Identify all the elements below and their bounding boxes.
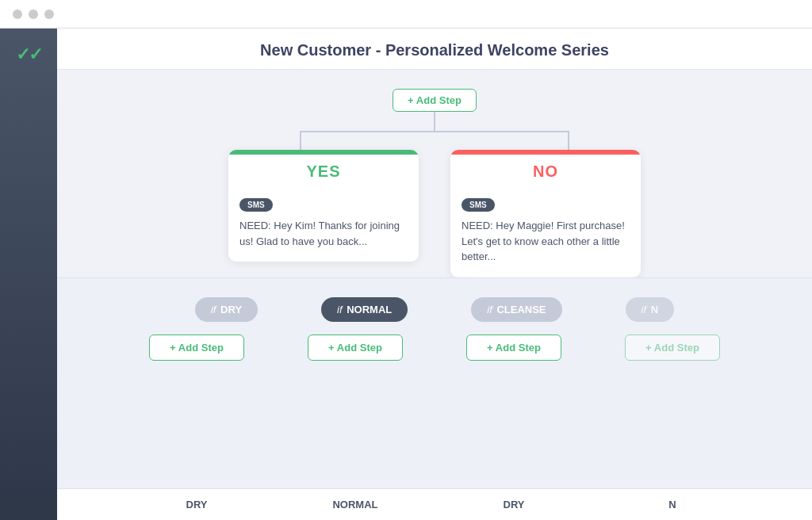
page-title: New Customer - Personalized Welcome Seri… [57, 41, 812, 59]
branch-connector [300, 131, 569, 150]
add-step-n-button[interactable]: + Add Step [625, 335, 720, 361]
close-dot [13, 10, 22, 19]
condition-n[interactable]: if N [626, 297, 675, 322]
title-bar [0, 0, 812, 29]
cards-row: YES SMS NEED: Hey Kim! Thanks for joinin… [228, 150, 641, 277]
canvas: + Add Step YES SMS NEED: Hey Kim! Thanks… [57, 70, 812, 520]
condition-cleanse-keyword: CLEANSE [496, 304, 546, 315]
bottom-add-row: + Add Step + Add Step + Add Step + Add S… [57, 335, 812, 361]
sidebar: ✓✓ [0, 29, 57, 520]
no-card-text: NEED: Hey Maggie! First purchase! Let's … [462, 218, 630, 265]
yes-card: YES SMS NEED: Hey Kim! Thanks for joinin… [228, 150, 419, 262]
condition-dry[interactable]: if DRY [195, 297, 258, 322]
add-step-normal-button[interactable]: + Add Step [308, 335, 403, 361]
bottom-label-dry2: DRY [466, 499, 561, 510]
root-connector-line [434, 112, 435, 131]
bottom-labels-row: DRY NORMAL DRY N [57, 488, 812, 520]
condition-normal[interactable]: if NORMAL [321, 297, 408, 322]
minimize-dot [29, 10, 38, 19]
no-sms-badge: SMS [462, 198, 495, 212]
condition-cleanse[interactable]: if CLEANSE [471, 297, 561, 322]
app-container: ✓✓ New Customer - Personalized Welcome S… [0, 29, 812, 520]
top-add-step-button[interactable]: + Add Step [393, 89, 477, 112]
yes-card-header: YES [228, 155, 419, 187]
bottom-label-normal: NORMAL [308, 499, 403, 510]
no-card: NO SMS NEED: Hey Maggie! First purchase!… [450, 150, 641, 277]
condition-normal-keyword: NORMAL [347, 304, 392, 315]
no-card-header: NO [450, 155, 641, 187]
no-card-body: SMS NEED: Hey Maggie! First purchase! Le… [450, 187, 641, 277]
content-area: New Customer - Personalized Welcome Seri… [57, 29, 812, 520]
bottom-label-n: N [625, 499, 720, 510]
conditions-row: if DRY if NORMAL if CLEANSE if N [57, 297, 812, 322]
condition-cleanse-prefix: if [487, 304, 495, 315]
condition-n-keyword: N [651, 304, 658, 315]
yes-card-text: NEED: Hey Kim! Thanks for joining us! Gl… [239, 218, 408, 249]
bottom-label-dry: DRY [149, 499, 244, 510]
condition-normal-prefix: if [337, 304, 345, 315]
window-controls [13, 10, 54, 19]
add-step-cleanse-button[interactable]: + Add Step [466, 335, 561, 361]
yes-sms-badge: SMS [239, 198, 273, 212]
maximize-dot [44, 10, 54, 19]
condition-dry-keyword: DRY [220, 304, 242, 315]
condition-n-prefix: if [642, 304, 649, 315]
sidebar-logo: ✓✓ [16, 44, 41, 65]
add-step-dry-button[interactable]: + Add Step [149, 335, 244, 361]
bottom-section: if DRY if NORMAL if CLEANSE if N + Add S… [57, 277, 812, 521]
page-title-bar: New Customer - Personalized Welcome Seri… [57, 29, 812, 70]
condition-dry-prefix: if [211, 304, 219, 315]
yes-card-body: SMS NEED: Hey Kim! Thanks for joining us… [228, 187, 419, 262]
